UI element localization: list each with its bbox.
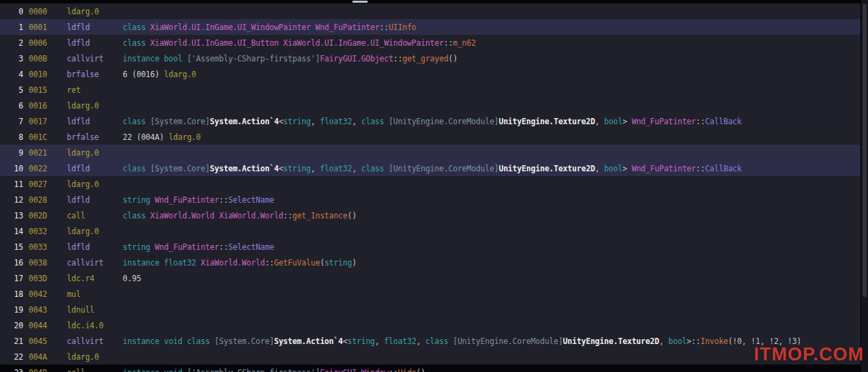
instruction-opcode[interactable]: ldfld [67,23,123,32]
instruction-opcode[interactable]: ldc.r4 [67,274,123,283]
instruction-opcode[interactable]: ldc.i4.0 [67,321,123,330]
il-row[interactable]: 8001Cbrfalse22 (004A) ldarg.0 [0,129,861,145]
operand-token: Hide [398,368,416,372]
instruction-opcode[interactable]: ldarg.0 [67,148,123,158]
instruction-operand[interactable]: 0.95 [123,274,861,283]
il-row[interactable]: 110027ldarg.0 [0,176,861,192]
instruction-operand[interactable]: 6 (0016) ldarg.0 [123,70,861,79]
instruction-opcode[interactable]: ldarg.0 [67,180,123,189]
instruction-opcode[interactable]: ldfld [67,117,123,126]
operand-token: () [416,368,425,372]
instruction-opcode[interactable]: ldfld [67,164,123,173]
instruction-opcode[interactable]: mul [67,289,123,299]
operand-token: Wnd_FuPatinter [631,164,695,173]
il-instruction-table: 00000ldarg.010001ldfldclass XiaWorld.UI.… [0,3,861,372]
instruction-opcode[interactable]: callvirt [67,258,123,268]
il-row[interactable]: 50015ret [0,82,861,98]
il-row[interactable]: 120028ldfldstring Wnd_FuPatinter::Select… [0,192,861,208]
il-row[interactable]: 140032ldarg.0 [0,223,861,239]
il-row[interactable]: 190043ldnull [0,302,861,317]
il-row[interactable]: 60016ldarg.0 [0,98,861,113]
operand-token: > [623,164,631,173]
instruction-operand[interactable]: instance void ['Assembly-CSharp-firstpas… [123,368,861,372]
operand-token: :: [219,195,228,205]
il-row[interactable]: 13002Dcallclass XiaWorld.World XiaWorld.… [0,208,861,223]
il-row[interactable]: 22004Aldarg.0 [0,349,861,364]
instruction-opcode[interactable]: call [67,368,123,372]
operand-token: UnityEngine.Texture2D [498,164,595,173]
instruction-opcode[interactable]: ldarg.0 [67,227,123,236]
window-top-bar [0,0,868,3]
il-row[interactable]: 100022ldfldclass [System.Core]System.Act… [0,160,861,176]
il-row[interactable]: 150033ldfldstring Wnd_FuPatinter::Select… [0,239,861,255]
operand-token: class [425,337,453,346]
vertical-scrollbar[interactable] [860,0,868,372]
il-row[interactable]: 40010brfalse6 (0016) ldarg.0 [0,66,861,82]
instruction-opcode[interactable]: call [67,211,123,220]
scrollbar-thumb[interactable] [863,3,867,297]
instruction-operand[interactable]: class XiaWorld.World XiaWorld.World::get… [123,211,861,220]
instruction-opcode[interactable]: brfalse [67,132,123,142]
instruction-opcode[interactable]: brfalse [67,70,123,79]
instruction-offset: 0015 [29,85,67,95]
il-row[interactable]: 160038callvirtinstance float32 XiaWorld.… [0,255,861,270]
operand-token: class [187,337,214,346]
operand-token: XiaWorld.UI.InGame.UI_Button [150,38,283,48]
operand-token: [System.Core] [150,117,209,126]
operand-token: () [448,54,457,63]
instruction-opcode[interactable]: ret [67,85,123,95]
operand-token: , [352,164,361,173]
il-row[interactable]: 3000Bcallvirtinstance bool ['Assembly-CS… [0,51,861,66]
operand-token: float32 [320,164,352,173]
operand-token: class [123,38,150,48]
instruction-operand[interactable]: instance void class [System.Core]System.… [123,337,861,346]
instruction-operand[interactable]: class XiaWorld.UI.InGame.UI_Button XiaWo… [123,38,861,48]
instruction-offset: 0010 [29,70,67,79]
instruction-operand[interactable]: class [System.Core]System.Action`4<strin… [123,164,861,173]
row-index: 1 [0,23,23,32]
il-row[interactable]: 23004Bcallinstance void ['Assembly-CShar… [0,364,861,372]
instruction-operand[interactable]: class [System.Core]System.Action`4<strin… [123,117,861,126]
instruction-opcode[interactable]: ldarg.0 [67,352,123,362]
operand-token: instance [123,258,164,268]
instruction-opcode[interactable]: ldarg.0 [67,7,123,16]
il-row[interactable]: 210045callvirtinstance void class [Syste… [0,333,861,349]
il-row[interactable]: 200044ldc.i4.0 [0,317,861,333]
instruction-opcode[interactable]: ldfld [67,195,123,205]
operand-token: XiaWorld.UI.InGame.UI_WindowPainter [283,38,443,48]
instruction-offset: 0006 [29,38,67,48]
il-row[interactable]: 17003Dldc.r40.95 [0,270,861,286]
instruction-offset: 0044 [29,321,67,330]
instruction-operand[interactable]: string Wnd_FuPatinter::SelectName [123,242,861,252]
instruction-opcode[interactable]: callvirt [67,337,123,346]
operand-token: float32 [384,337,416,346]
il-row[interactable]: 70017ldfldclass [System.Core]System.Acti… [0,113,861,129]
instruction-offset: 0021 [29,148,67,158]
instruction-operand[interactable]: class XiaWorld.UI.InGame.UI_WindowPainte… [123,23,861,32]
operand-token: CallBack [705,117,742,126]
operand-token: UIInfo [389,23,416,32]
instruction-operand[interactable]: string Wnd_FuPatinter::SelectName [123,195,861,205]
il-row[interactable]: 00000ldarg.0 [0,3,861,19]
instruction-opcode[interactable]: ldfld [67,38,123,48]
instruction-offset: 0033 [29,242,67,252]
operand-token: Wnd_FuPatinter [631,117,695,126]
operand-token: string [283,164,310,173]
row-index: 2 [0,38,23,48]
instruction-operand[interactable]: instance float32 XiaWorld.World::GetFuVa… [123,258,861,268]
instruction-operand[interactable]: 22 (004A) ldarg.0 [123,132,861,142]
operand-token: FairyGUI.GObject [320,54,393,63]
il-row[interactable]: 90021ldarg.0 [0,145,861,160]
instruction-opcode[interactable]: ldarg.0 [67,101,123,111]
instruction-opcode[interactable]: ldfld [67,242,123,252]
il-row[interactable]: 180042mul [0,286,861,302]
il-row[interactable]: 20006ldfldclass XiaWorld.UI.InGame.UI_Bu… [0,35,861,51]
operand-token: XiaWorld.UI.InGame.UI_WindowPainter [150,23,315,32]
operand-token: , [595,164,604,173]
instruction-opcode[interactable]: ldnull [67,305,123,315]
instruction-opcode[interactable]: callvirt [67,54,123,63]
il-row[interactable]: 10001ldfldclass XiaWorld.UI.InGame.UI_Wi… [0,19,861,35]
instruction-operand[interactable]: instance bool ['Assembly-CSharp-firstpas… [123,54,861,63]
watermark-text: ITMOP.COM [753,344,864,365]
operand-token: , [375,337,384,346]
